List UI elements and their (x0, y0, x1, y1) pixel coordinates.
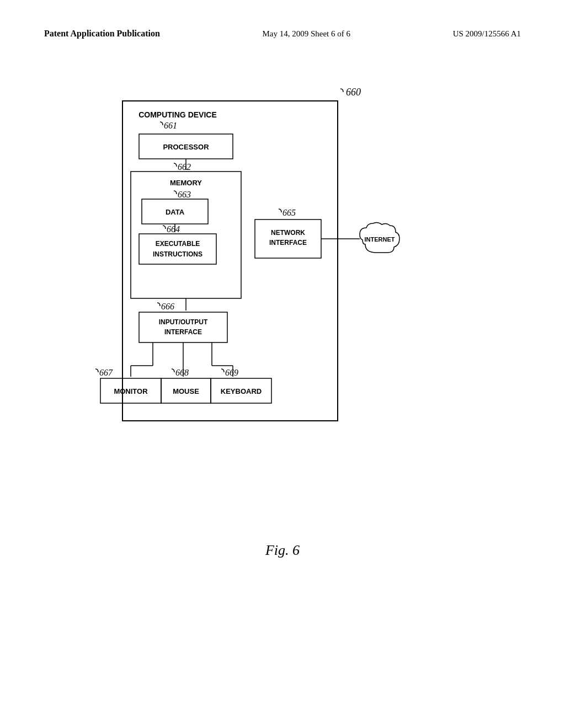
exec-instructions-text1: EXECUTABLE (156, 240, 200, 248)
ref-663: 663 (178, 190, 191, 199)
figure-caption: Fig. 6 (0, 542, 565, 581)
ref-660-label: 660 (346, 87, 361, 98)
header-center: May 14, 2009 Sheet 6 of 6 (262, 28, 350, 40)
io-interface-text2: INTERFACE (164, 328, 202, 336)
io-interface-text1: INPUT/OUTPUT (159, 318, 208, 326)
mouse-text: MOUSE (173, 387, 199, 395)
ref-665: 665 (282, 208, 296, 217)
internet-text: INTERNET (365, 236, 395, 243)
header-right: US 2009/125566 A1 (453, 28, 521, 40)
ref-661: 661 (164, 121, 177, 130)
page-header: Patent Application Publication May 14, 2… (0, 0, 565, 51)
data-text: DATA (166, 208, 185, 216)
ref-666: 666 (161, 302, 174, 311)
network-interface-text2: INTERFACE (269, 239, 307, 247)
exec-instructions-box (139, 234, 216, 264)
processor-text: PROCESSOR (163, 143, 209, 151)
diagram-area: 660 COMPUTING DEVICE 661 PROCESSOR 662 M… (0, 51, 565, 526)
io-interface-box (139, 312, 227, 342)
memory-text: MEMORY (170, 179, 202, 187)
ref-669: 669 (225, 368, 238, 377)
ref-668: 668 (175, 368, 189, 377)
header-left: Patent Application Publication (44, 28, 160, 40)
keyboard-text: KEYBOARD (221, 387, 262, 395)
monitor-text: MONITOR (114, 387, 148, 395)
computing-device-text: COMPUTING DEVICE (138, 110, 217, 119)
ref-667: 667 (99, 368, 113, 377)
ref-662: 662 (178, 162, 191, 172)
exec-instructions-text2: INSTRUCTIONS (153, 250, 202, 258)
ref-664: 664 (167, 224, 180, 234)
network-interface-text1: NETWORK (271, 229, 305, 237)
patent-diagram: 660 COMPUTING DEVICE 661 PROCESSOR 662 M… (67, 84, 498, 515)
internet-cloud: INTERNET (360, 222, 399, 253)
